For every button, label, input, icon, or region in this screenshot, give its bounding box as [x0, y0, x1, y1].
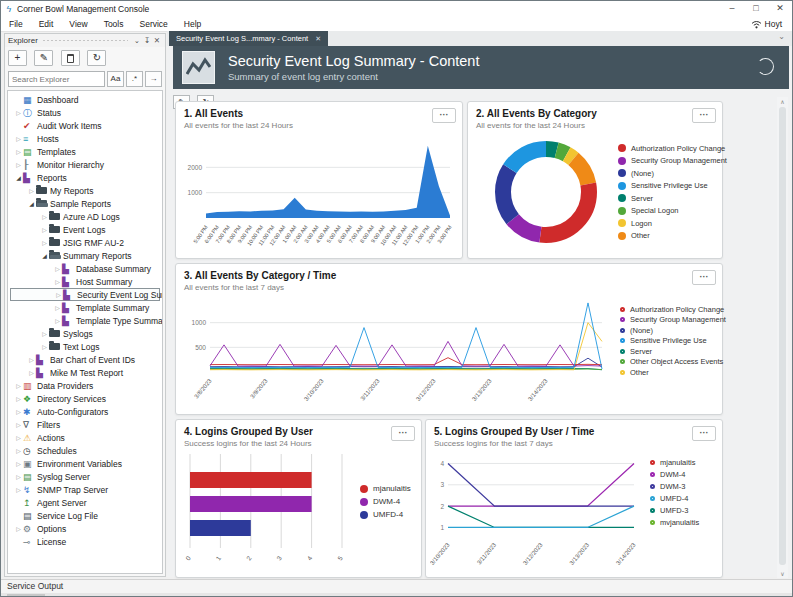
menu-file[interactable]: File	[1, 19, 31, 29]
tree-item-snmp-trap-server[interactable]: ▷↯SNMP Trap Server	[10, 483, 160, 496]
tree-item-filters[interactable]: ▷∇Filters	[10, 418, 160, 431]
tree-expander-icon[interactable]: ▷	[14, 460, 23, 467]
bottom-scrollbar[interactable]	[1, 593, 793, 597]
tree-item-summary-reports[interactable]: ◢Summary Reports	[10, 249, 160, 262]
tree-expander-icon[interactable]: ▷	[14, 434, 23, 441]
tree-expander-icon[interactable]: ▷	[14, 447, 23, 454]
scrollbar-thumb[interactable]	[779, 107, 786, 565]
tree-expander-icon[interactable]: ▷	[40, 226, 49, 233]
panel-menu-button[interactable]: ···	[391, 426, 415, 441]
menu-view[interactable]: View	[61, 19, 95, 29]
tree-expander-icon[interactable]: ▷	[53, 278, 62, 285]
tree-expander-icon[interactable]: ▷	[53, 304, 62, 311]
tree-expander-icon[interactable]: ▷	[14, 135, 23, 142]
tree-expander-icon[interactable]: ▷	[40, 343, 49, 350]
tree-item-audit-work-items[interactable]: ✔Audit Work Items	[10, 119, 160, 132]
tree-expander-icon[interactable]: ◢	[14, 174, 23, 181]
regex-button[interactable]: .*	[126, 71, 143, 87]
tree-item-directory-services[interactable]: ▷❖Directory Services	[10, 392, 160, 405]
tree-item-template-summary[interactable]: ▷▙Template Summary	[10, 301, 160, 314]
tree-item-actions[interactable]: ▷⚠Actions	[10, 431, 160, 444]
delete-button[interactable]	[61, 50, 80, 66]
tree-item-license[interactable]: ⊸License	[10, 535, 160, 548]
tree-item-hosts[interactable]: ▷≡Hosts	[10, 132, 160, 145]
tree-item-templates[interactable]: ▷▤Templates	[10, 145, 160, 158]
tree-expander-icon[interactable]: ▷	[40, 239, 49, 246]
tree-expander-icon[interactable]: ▷	[14, 525, 23, 532]
tree-item-azure-ad-logs[interactable]: ▷Azure AD Logs	[10, 210, 160, 223]
menu-edit[interactable]: Edit	[31, 19, 62, 29]
menu-help[interactable]: Help	[176, 19, 209, 29]
close-button[interactable]: ✕	[768, 1, 792, 17]
tree-item-bar-chart-of-event-ids[interactable]: ▷▙Bar Chart of Event IDs	[10, 353, 160, 366]
tree-item-syslog-server[interactable]: ▷▤Syslog Server	[10, 470, 160, 483]
tree-item-syslogs[interactable]: ▷Syslogs	[10, 327, 160, 340]
tree-expander-icon[interactable]: ▷	[14, 148, 23, 155]
menu-tools[interactable]: Tools	[96, 19, 132, 29]
tree-expander-icon[interactable]: ▷	[53, 317, 62, 324]
tree-expander-icon[interactable]: ◢	[27, 200, 36, 207]
tree-expander-icon[interactable]: ▷	[27, 187, 36, 194]
tree-item-options[interactable]: ▷⚙Options	[10, 522, 160, 535]
close-icon[interactable]: ✕	[152, 36, 162, 45]
tree-expander-icon[interactable]: ▷	[14, 486, 23, 493]
tree-item-security-event-log-summary[interactable]: ▷▙Security Event Log Summary	[10, 288, 160, 301]
panel-menu-button[interactable]: ···	[432, 108, 456, 123]
match-case-button[interactable]: Aa	[107, 71, 124, 87]
tree-item-data-providers[interactable]: ▷▥Data Providers	[10, 379, 160, 392]
search-go-button[interactable]: →	[145, 71, 162, 87]
tab-security-event-log-summary[interactable]: Security Event Log S...mmary - Content ✕	[169, 31, 328, 46]
tree-item-environment-variables[interactable]: ▷▣Environment Variables	[10, 457, 160, 470]
tree-expander-icon[interactable]: ▷	[14, 161, 23, 168]
tree-expander-icon[interactable]: ▷	[40, 213, 49, 220]
tab-close-icon[interactable]: ✕	[315, 31, 321, 46]
tree-item-auto-configurators[interactable]: ▷✱Auto-Configurators	[10, 405, 160, 418]
tree-item-my-reports[interactable]: ▷My Reports	[10, 184, 160, 197]
scroll-up-icon[interactable]: ∧	[777, 98, 788, 105]
tree-item-dashboard[interactable]: ▦Dashboard	[10, 93, 160, 106]
tree-item-agent-server[interactable]: ↥Agent Server	[10, 496, 160, 509]
panel-menu-button[interactable]: ···	[692, 270, 716, 285]
tree-item-template-type-summary[interactable]: ▷▙Template Type Summary	[10, 314, 160, 327]
pin-icon[interactable]: ↧	[142, 36, 152, 45]
vertical-scrollbar[interactable]: ∧ ∨	[777, 97, 788, 578]
tab-overflow-chevron-icon[interactable]: ⌄	[778, 32, 785, 41]
refresh-button[interactable]: ↻	[87, 50, 106, 66]
tree-expander-icon[interactable]: ◢	[40, 252, 49, 259]
minimize-button[interactable]: –	[720, 1, 744, 17]
tree-item-schedules[interactable]: ▷◷Schedules	[10, 444, 160, 457]
tree-expander-icon[interactable]: ▷	[27, 369, 36, 376]
tree-expander-icon[interactable]: ▷	[27, 356, 36, 363]
panel-menu-button[interactable]: ···	[692, 426, 716, 441]
tree-item-monitor-hierarchy[interactable]: ▷┠Monitor Hierarchy	[10, 158, 160, 171]
tree-expander-icon[interactable]: ▷	[54, 291, 63, 298]
tree-item-jsig-rmf-au-2[interactable]: ▷JSIG RMF AU-2	[10, 236, 160, 249]
add-button[interactable]: +	[8, 50, 27, 66]
scroll-down-icon[interactable]: ∨	[777, 570, 788, 577]
edit-button[interactable]: ✎	[34, 50, 53, 66]
tree-expander-icon[interactable]: ▷	[53, 265, 62, 272]
tree-item-status[interactable]: ▷ⓘStatus	[10, 106, 160, 119]
connection-indicator[interactable]: Hoyt	[751, 19, 782, 29]
tree-expander-icon[interactable]: ▷	[14, 109, 23, 116]
tree-item-event-logs[interactable]: ▷Event Logs	[10, 223, 160, 236]
tree-item-service-log-file[interactable]: ▤Service Log File	[10, 509, 160, 522]
tree-expander-icon[interactable]: ▷	[14, 421, 23, 428]
tree-expander-icon[interactable]: ▷	[40, 330, 49, 337]
maximize-button[interactable]: □	[744, 1, 768, 17]
tree-expander-icon[interactable]: ▷	[14, 382, 23, 389]
tree-expander-icon[interactable]: ▷	[14, 473, 23, 480]
panel-menu-button[interactable]: ···	[692, 108, 716, 123]
tree-expander-icon[interactable]: ▷	[14, 408, 23, 415]
tree-item-sample-reports[interactable]: ◢Sample Reports	[10, 197, 160, 210]
tree-item-host-summary[interactable]: ▷▙Host Summary	[10, 275, 160, 288]
tree-item-text-logs[interactable]: ▷Text Logs	[10, 340, 160, 353]
menu-service[interactable]: Service	[131, 19, 175, 29]
tree-expander-icon[interactable]: ▷	[14, 395, 23, 402]
tree-item-mike-m-test-report[interactable]: ▷▙Mike M Test Report	[10, 366, 160, 379]
tree-item-reports[interactable]: ◢▙Reports	[10, 171, 160, 184]
tree-item-database-summary[interactable]: ▷▙Database Summary	[10, 262, 160, 275]
chevron-down-icon[interactable]: ⌄	[132, 36, 142, 45]
search-input[interactable]	[8, 71, 105, 87]
service-output-bar[interactable]: Service Output	[1, 579, 793, 593]
